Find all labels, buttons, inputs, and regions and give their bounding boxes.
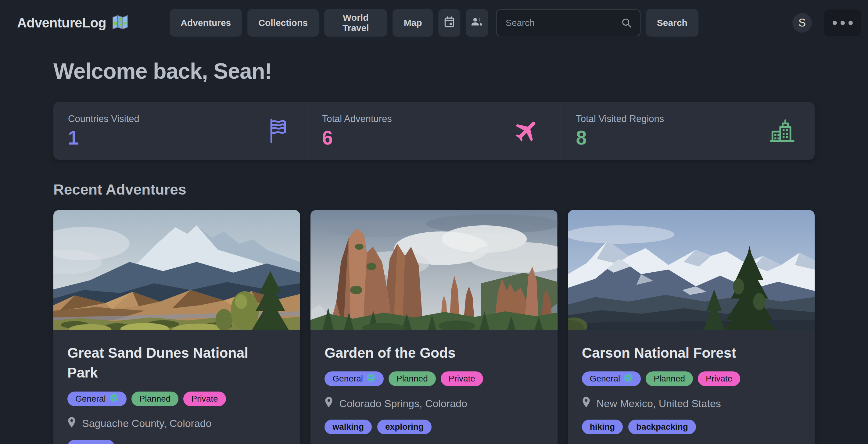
adventure-card[interactable]: Carson National Forest General: [568, 210, 815, 444]
avatar-initial: S: [799, 17, 806, 29]
nav-world-travel-button[interactable]: World Travel: [324, 9, 388, 37]
tag-row: walking exploring: [324, 420, 543, 434]
card-body: Garden of the Gods General: [310, 330, 557, 444]
private-badge: Private: [183, 391, 226, 406]
recent-adventures-heading: Recent Adventures: [53, 181, 815, 198]
plane-icon: [513, 102, 541, 160]
adventure-card[interactable]: Garden of the Gods General: [310, 210, 557, 444]
card-body: Carson National Forest General: [568, 330, 815, 444]
pin-icon: [67, 417, 76, 431]
search-box: [496, 9, 641, 36]
badge-row: General Planned Private: [67, 391, 286, 406]
globe-icon: [624, 373, 633, 384]
user-avatar[interactable]: S: [793, 13, 812, 33]
stat-total-visited-regions: Total Visited Regions 8: [561, 102, 815, 160]
app-title: AdventureLog: [17, 15, 106, 31]
badge-row: General Planned Private: [582, 372, 801, 386]
private-badge: Private: [441, 372, 483, 386]
stat-total-adventures: Total Adventures 6: [307, 102, 561, 160]
main-content: Welcome back, Sean! Countries Visited 1 …: [53, 59, 815, 444]
location-text: Saguache County, Colorado: [82, 417, 212, 430]
activity-tag: exploring: [377, 420, 432, 434]
stat-label: Countries Visited: [68, 114, 140, 124]
tag-row: hiking backpacking: [582, 420, 801, 434]
planned-badge: Planned: [646, 372, 693, 386]
pin-icon: [324, 397, 333, 410]
location-row: New Mexico, United States: [582, 397, 801, 410]
general-badge: General: [582, 372, 641, 386]
card-body: Great Sand Dunes National Park General: [53, 330, 300, 444]
app-logo[interactable]: AdventureLog: [17, 14, 129, 32]
search-input[interactable]: [496, 9, 641, 36]
welcome-heading: Welcome back, Sean!: [53, 59, 815, 84]
users-button[interactable]: [466, 9, 488, 37]
adventure-title: Great Sand Dunes National Park: [67, 343, 275, 383]
calendar-button[interactable]: [439, 9, 461, 37]
location-text: New Mexico, United States: [596, 398, 721, 410]
globe-icon: [110, 393, 119, 404]
top-navbar: AdventureLog Adventures Collections Worl…: [0, 0, 868, 46]
general-badge: General: [324, 372, 384, 386]
stat-value: 6: [322, 128, 392, 148]
stat-label: Total Adventures: [322, 114, 392, 124]
adventure-photo-sand-dunes: [53, 210, 300, 330]
activity-tag: walking: [67, 440, 115, 444]
flag-icon: [269, 102, 287, 160]
stat-value: 1: [68, 128, 140, 148]
search-button[interactable]: Search: [646, 9, 699, 37]
search-icon: [620, 17, 632, 30]
navbar-right-group: S: [793, 9, 861, 36]
map-icon: [112, 14, 129, 32]
location-row: Saguache County, Colorado: [67, 417, 286, 431]
adventure-title: Garden of the Gods: [324, 343, 532, 363]
users-icon: [470, 15, 484, 31]
stat-value: 8: [576, 128, 664, 148]
ellipsis-icon: [833, 21, 853, 25]
nav-collections-button[interactable]: Collections: [247, 9, 319, 37]
stats-panel: Countries Visited 1 Total Adventures 6: [53, 102, 815, 160]
nav-map-button[interactable]: Map: [393, 9, 433, 37]
calendar-icon: [443, 15, 456, 31]
planned-badge: Planned: [389, 372, 436, 386]
activity-tag: hiking: [582, 420, 623, 434]
planned-badge: Planned: [131, 391, 179, 406]
city-icon: [770, 102, 795, 160]
nav-adventures-button[interactable]: Adventures: [169, 9, 242, 37]
more-menu-button[interactable]: [824, 9, 861, 36]
stat-label: Total Visited Regions: [576, 114, 664, 124]
activity-tag: backpacking: [628, 420, 696, 434]
badge-row: General Planned Private: [324, 372, 543, 386]
activity-tag: walking: [324, 420, 372, 434]
globe-icon: [367, 373, 376, 384]
adventure-title: Carson National Forest: [582, 343, 789, 363]
tag-row: walking: [67, 440, 286, 444]
primary-nav: Adventures Collections World Travel Map: [169, 9, 699, 37]
location-text: Colorado Springs, Colorado: [339, 398, 467, 410]
adventure-photo-snowy-mountains: [568, 210, 815, 330]
general-badge: General: [67, 391, 127, 406]
recent-adventures-list: Great Sand Dunes National Park General: [53, 210, 815, 444]
private-badge: Private: [698, 372, 740, 386]
adventure-photo-red-rocks: [310, 210, 557, 330]
stat-countries-visited: Countries Visited 1: [53, 102, 307, 160]
location-row: Colorado Springs, Colorado: [324, 397, 543, 410]
pin-icon: [582, 397, 590, 410]
adventure-card[interactable]: Great Sand Dunes National Park General: [53, 210, 300, 444]
